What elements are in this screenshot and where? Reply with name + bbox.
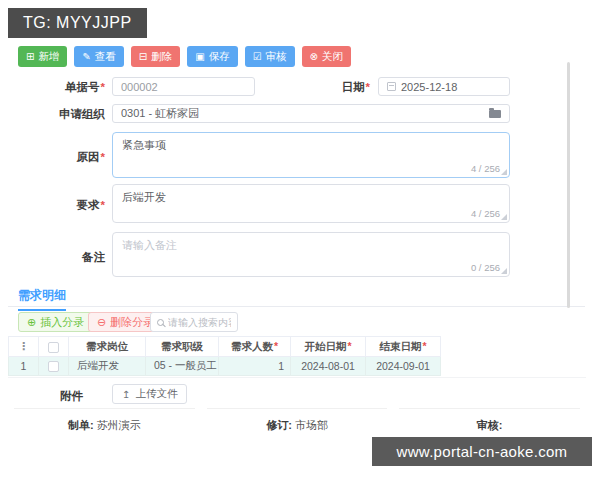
tab-divider xyxy=(8,306,585,307)
demand-counter: 4 / 256 xyxy=(471,208,500,219)
resize-grip-icon[interactable] xyxy=(501,169,507,175)
site-watermark: www.portal-cn-aoke.com xyxy=(372,437,592,466)
audit-cell: 审核: xyxy=(399,408,580,433)
row-checkbox[interactable] xyxy=(48,361,59,372)
trash-icon: ⊟ xyxy=(139,52,147,62)
cell-end-date[interactable]: 2024-09-01 xyxy=(366,357,441,376)
resize-grip-icon[interactable] xyxy=(501,268,507,274)
date-label: 日期* xyxy=(270,80,370,95)
cell-count[interactable]: 1 xyxy=(219,357,291,376)
table-header-row: ⋮ 需求岗位 需求职级 需求人数* 开始日期* 结束日期* xyxy=(9,337,441,357)
insert-row-button[interactable]: ⊕ 插入分录 xyxy=(18,312,93,332)
section-divider xyxy=(8,377,586,378)
signature-footer: 制单: 苏州演示 修订: 市场部 审核: xyxy=(8,408,586,433)
doc-no-field[interactable] xyxy=(112,77,255,96)
org-label: 申请组织 xyxy=(5,107,105,122)
resize-grip-icon[interactable] xyxy=(501,214,507,220)
search-icon xyxy=(157,319,164,326)
audit-check-icon: ☑ xyxy=(253,52,262,62)
folder-lookup-icon[interactable] xyxy=(489,110,501,118)
required-mark: * xyxy=(101,151,105,163)
audit-button[interactable]: ☑ 审核 xyxy=(245,46,295,67)
reason-counter: 4 / 256 xyxy=(471,163,500,174)
power-icon: ⊗ xyxy=(310,52,318,62)
header-count: 需求人数* xyxy=(219,337,291,357)
insert-row-label: 插入分录 xyxy=(40,315,84,330)
required-mark: * xyxy=(422,340,426,352)
required-mark: * xyxy=(101,199,105,211)
cell-start-date[interactable]: 2024-08-01 xyxy=(291,357,366,376)
close-button-label: 关闭 xyxy=(322,50,343,64)
reason-field: 紧急事项 4 / 256 xyxy=(112,132,510,178)
maker-value: 苏州演示 xyxy=(97,419,141,431)
row-index: 1 xyxy=(9,357,39,376)
required-mark: * xyxy=(366,81,370,93)
close-button[interactable]: ⊗ 关闭 xyxy=(302,46,351,67)
remark-label: 备注 xyxy=(5,250,105,265)
save-button-label: 保存 xyxy=(209,50,230,64)
upload-file-label: 上传文件 xyxy=(135,387,177,401)
minus-circle-icon: ⊖ xyxy=(97,316,106,329)
view-button[interactable]: ✎ 查看 xyxy=(74,46,123,67)
org-input[interactable] xyxy=(121,108,484,120)
required-mark: * xyxy=(101,81,105,93)
detail-search-field[interactable] xyxy=(150,312,238,332)
audit-label: 审核: xyxy=(477,419,503,431)
vertical-scrollbar[interactable] xyxy=(567,62,570,308)
main-toolbar: ⊞ 新增 ✎ 查看 ⊟ 删除 ▣ 保存 ☑ 审核 ⊗ 关闭 xyxy=(18,46,351,67)
maker-cell: 制单: 苏州演示 xyxy=(14,408,195,433)
demand-field: 后端开发 4 / 256 xyxy=(112,184,510,223)
attachment-label: 附件 xyxy=(60,389,83,404)
cell-level[interactable]: 05 - 一般员工 xyxy=(146,357,219,376)
maker-label: 制单: xyxy=(68,419,94,431)
requisition-form-page: TG: MYYJJPP ⊞ 新增 ✎ 查看 ⊟ 删除 ▣ 保存 ☑ 审核 ⊗ 关… xyxy=(0,0,600,480)
header-post: 需求岗位 xyxy=(69,337,146,357)
org-field[interactable] xyxy=(112,104,510,123)
reason-label: 原因* xyxy=(5,150,105,165)
row-select-cell xyxy=(39,357,69,376)
header-start-date: 开始日期* xyxy=(291,337,366,357)
demand-label: 要求* xyxy=(5,198,105,213)
window-title: TG: MYYJJPP xyxy=(8,8,147,38)
reason-textarea[interactable]: 紧急事项 xyxy=(113,133,509,177)
delete-row-label: 删除分录 xyxy=(110,315,154,330)
upload-file-button[interactable]: ↥ 上传文件 xyxy=(112,384,187,404)
required-mark: * xyxy=(347,340,351,352)
demand-detail-table: ⋮ 需求岗位 需求职级 需求人数* 开始日期* 结束日期* 1 后端开发 05 … xyxy=(8,336,441,376)
edit-icon: ✎ xyxy=(82,52,90,62)
header-end-date: 结束日期* xyxy=(366,337,441,357)
select-all-cell xyxy=(39,337,69,357)
remark-counter: 0 / 256 xyxy=(471,262,500,273)
select-all-checkbox[interactable] xyxy=(48,342,59,353)
header-level: 需求职级 xyxy=(146,337,219,357)
new-button-label: 新增 xyxy=(38,50,59,64)
tab-demand-detail[interactable]: 需求明细 xyxy=(18,287,66,311)
view-button-label: 查看 xyxy=(95,50,116,64)
doc-no-input[interactable] xyxy=(121,81,246,93)
remark-field: 0 / 256 xyxy=(112,232,510,277)
table-row[interactable]: 1 后端开发 05 - 一般员工 1 2024-08-01 2024-09-01 xyxy=(9,357,441,376)
upload-icon: ↥ xyxy=(122,389,130,400)
revise-value: 市场部 xyxy=(295,419,328,431)
doc-no-label: 单据号* xyxy=(5,80,105,95)
new-button[interactable]: ⊞ 新增 xyxy=(18,46,67,67)
revise-cell: 修订: 市场部 xyxy=(207,408,388,433)
required-mark: * xyxy=(274,340,278,352)
detail-search-input[interactable] xyxy=(168,317,231,328)
save-icon: ▣ xyxy=(195,52,204,62)
delete-button[interactable]: ⊟ 删除 xyxy=(131,46,180,67)
calendar-icon xyxy=(387,82,396,91)
demand-textarea[interactable]: 后端开发 xyxy=(113,185,509,222)
document-new-icon: ⊞ xyxy=(26,52,34,62)
revise-label: 修订: xyxy=(266,419,292,431)
date-input[interactable] xyxy=(401,81,501,93)
plus-circle-icon: ⊕ xyxy=(27,316,36,329)
date-field[interactable] xyxy=(378,77,510,96)
audit-button-label: 审核 xyxy=(266,50,287,64)
drag-handle-icon[interactable]: ⋮ xyxy=(9,337,39,357)
cell-post[interactable]: 后端开发 xyxy=(69,357,146,376)
remark-textarea[interactable] xyxy=(113,233,509,276)
delete-button-label: 删除 xyxy=(151,50,172,64)
save-button[interactable]: ▣ 保存 xyxy=(187,46,237,67)
